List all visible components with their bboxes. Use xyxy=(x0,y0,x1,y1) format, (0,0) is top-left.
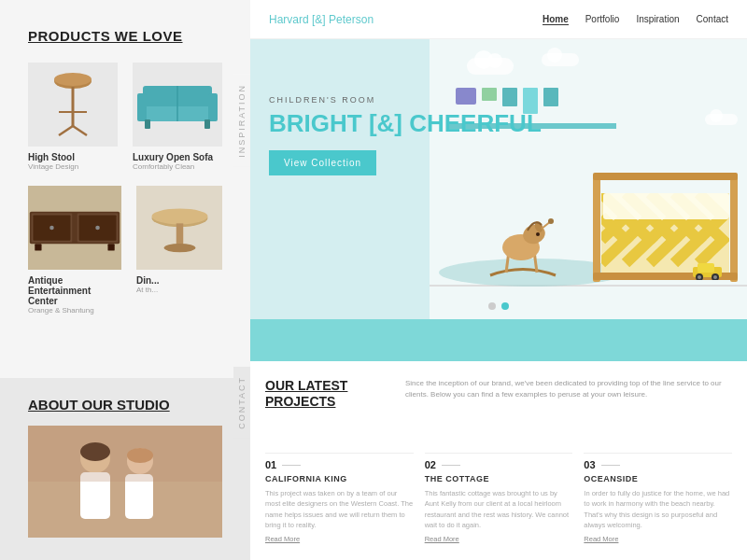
product-item-entertainment[interactable]: Antique Entertainment Center Orange & Sh… xyxy=(28,186,121,315)
project-card-2[interactable]: 02 THE COTTAGE This fantastic cottage wa… xyxy=(425,453,573,560)
hero-room xyxy=(430,39,747,319)
svg-rect-11 xyxy=(145,119,150,129)
read-more-1[interactable]: Read More xyxy=(265,535,414,543)
svg-point-53 xyxy=(698,275,701,279)
product-item-sofa[interactable]: Luxury Open Sofa Comfortably Clean xyxy=(133,63,222,171)
svg-point-25 xyxy=(163,243,195,251)
svg-point-19 xyxy=(95,225,100,230)
svg-rect-20 xyxy=(35,244,41,250)
cloud-3 xyxy=(705,114,738,125)
project-line-3 xyxy=(601,465,620,466)
products-section: PRODUCTS WE LOVE xyxy=(0,0,250,348)
hero-section: CHILDREN'S ROOM BRIGHT [&] CHEERFUL View… xyxy=(250,39,747,319)
product-item-stool[interactable]: High Stool Vintage Design xyxy=(28,63,118,171)
rocking-horse xyxy=(486,212,560,287)
latest-projects-title: OUR LATEST PROJECTS xyxy=(265,378,377,410)
hero-title: BRIGHT [&] CHEERFUL xyxy=(269,110,542,137)
svg-rect-12 xyxy=(204,119,210,129)
sofa-sub: Comfortably Clean xyxy=(133,162,222,171)
product-item-dining[interactable]: Din... At th... xyxy=(136,186,222,315)
svg-point-1 xyxy=(54,73,92,86)
sofa-name: Luxury Open Sofa xyxy=(133,152,222,162)
project-line-1 xyxy=(282,465,301,466)
projects-row: 01 CALIFORNIA KING This project was take… xyxy=(265,453,732,560)
shelf-book2 xyxy=(543,88,558,106)
toy-car-icon xyxy=(691,259,724,280)
right-panel: Harvard [&] Peterson Home Portfolio Insp… xyxy=(250,0,747,560)
about-section: ABOUT OUR STUDIO xyxy=(0,378,250,560)
svg-rect-45 xyxy=(593,173,738,180)
project-card-3[interactable]: 03 OCEANSIDE In order to fully do justic… xyxy=(584,453,732,560)
project-title-2: THE COTTAGE xyxy=(425,474,573,483)
project-title-3: OCEANSIDE xyxy=(584,474,732,483)
logo-text: Harvard [&] Peterson xyxy=(269,13,374,26)
toy-car xyxy=(691,259,724,284)
svg-point-42 xyxy=(548,218,554,224)
dining-icon xyxy=(145,203,215,254)
inspiration-label: Inspiration xyxy=(233,75,250,167)
svg-rect-49 xyxy=(603,193,729,219)
svg-line-4 xyxy=(59,126,73,135)
svg-rect-34 xyxy=(28,426,222,482)
bottom-description: Since the inception of our brand, we've … xyxy=(405,379,722,399)
stool-name: High Stool xyxy=(28,152,118,162)
hero-subtitle: CHILDREN'S ROOM xyxy=(269,95,542,105)
product-img-stool xyxy=(28,63,118,147)
cloud-2 xyxy=(542,53,579,66)
svg-rect-51 xyxy=(698,263,714,273)
project-num-2: 02 xyxy=(425,459,573,470)
hero-text: CHILDREN'S ROOM BRIGHT [&] CHEERFUL View… xyxy=(269,95,542,175)
stool-icon xyxy=(49,70,96,140)
rocking-horse-icon xyxy=(486,212,560,287)
product-img-sofa xyxy=(133,63,222,147)
entertainment-name: Antique Entertainment Center xyxy=(28,275,121,306)
project-line-2 xyxy=(442,465,460,466)
teal-band xyxy=(250,319,747,361)
site-header: Harvard [&] Peterson Home Portfolio Insp… xyxy=(250,0,747,39)
about-image xyxy=(28,426,222,538)
read-more-3[interactable]: Read More xyxy=(584,535,732,543)
project-title-1: CALIFORNIA KING xyxy=(265,474,414,483)
nav-contact[interactable]: Contact xyxy=(697,14,728,25)
read-more-2[interactable]: Read More xyxy=(425,535,573,543)
stool-sub: Vintage Design xyxy=(28,162,118,171)
dot-2[interactable] xyxy=(501,302,509,310)
dining-sub: At th... xyxy=(136,286,222,294)
svg-line-5 xyxy=(73,126,87,135)
svg-point-40 xyxy=(536,232,540,236)
svg-point-23 xyxy=(151,208,207,224)
nav-inspiration[interactable]: Inspiration xyxy=(636,14,679,25)
site-nav: Home Portfolio Inspiration Contact xyxy=(543,14,728,25)
product-grid-row1: High Stool Vintage Design xyxy=(28,63,222,171)
svg-point-18 xyxy=(49,225,54,230)
site-logo: Harvard [&] Peterson xyxy=(269,13,543,26)
entertainment-sub: Orange & Shantung xyxy=(28,306,121,315)
dot-1[interactable] xyxy=(488,302,496,310)
nav-home[interactable]: Home xyxy=(543,14,569,25)
left-panel: PRODUCTS WE LOVE xyxy=(0,0,250,560)
product-grid-row2: Antique Entertainment Center Orange & Sh… xyxy=(28,186,222,315)
svg-point-55 xyxy=(713,275,717,279)
people-illustration xyxy=(28,426,222,538)
about-title: ABOUT OUR STUDIO xyxy=(28,397,222,413)
project-num-3: 03 xyxy=(584,459,732,470)
nav-portfolio[interactable]: Portfolio xyxy=(585,14,620,25)
hero-dots xyxy=(488,302,509,310)
svg-rect-9 xyxy=(137,93,147,121)
project-num-1: 01 xyxy=(265,459,414,470)
project-desc-1: This project was taken on by a team of o… xyxy=(265,488,414,530)
contact-label: Contact xyxy=(233,367,250,439)
entertainment-icon xyxy=(28,203,121,254)
dining-name: Din... xyxy=(136,275,222,286)
product-img-entertainment xyxy=(28,186,121,270)
view-collection-button[interactable]: View Collection xyxy=(269,150,376,175)
project-desc-2: This fantastic cottage was brought to us… xyxy=(425,488,573,530)
svg-rect-44 xyxy=(730,175,738,282)
cloud-1 xyxy=(467,58,514,75)
svg-rect-43 xyxy=(593,175,600,282)
svg-rect-21 xyxy=(107,244,114,250)
project-card-1[interactable]: 01 CALIFORNIA KING This project was take… xyxy=(265,453,414,560)
products-title: PRODUCTS WE LOVE xyxy=(28,28,222,44)
project-desc-3: In order to fully do justice for the hom… xyxy=(584,488,732,530)
sofa-icon xyxy=(135,77,219,133)
